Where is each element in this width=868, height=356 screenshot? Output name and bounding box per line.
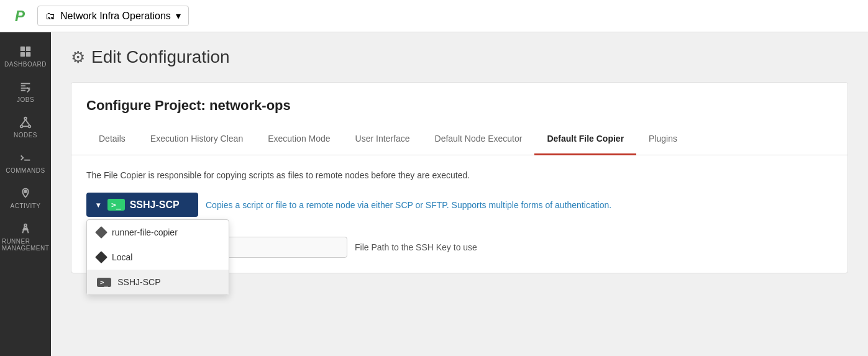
tab-execution-history-clean[interactable]: Execution History Clean: [138, 124, 255, 155]
terminal-icon: >_: [107, 199, 125, 211]
project-selector[interactable]: 🗂 Network Infra Operations ▾: [37, 6, 189, 26]
diamond-icon-runner: [95, 226, 107, 239]
card-heading: Configure Project: network-ops: [86, 98, 833, 114]
sidebar-label-jobs: JOBS: [17, 96, 34, 103]
svg-point-10: [29, 126, 31, 128]
card-body-header: Configure Project: network-ops: [71, 83, 847, 114]
commands-icon: [19, 151, 32, 165]
logo-icon: P: [15, 7, 25, 25]
selected-copier-label: SSHJ-SCP: [130, 199, 180, 211]
dropdown-label-local: Local: [112, 252, 132, 262]
tab-default-node-executor[interactable]: Default Node Executor: [423, 124, 535, 155]
svg-line-12: [25, 119, 29, 125]
copier-dropdown-button[interactable]: ▾ >_ SSHJ-SCP: [86, 193, 198, 217]
dropdown-item-sshj-scp[interactable]: >_ SSHJ-SCP: [87, 270, 229, 294]
svg-rect-1: [26, 47, 30, 51]
gear-icon: ⚙: [71, 48, 85, 67]
card-tab-content: The File Copier is responsible for copyi…: [71, 155, 847, 273]
svg-rect-0: [21, 47, 25, 51]
copier-info-text: Copies a script or file to a remote node…: [206, 200, 611, 210]
svg-point-15: [24, 190, 27, 193]
dropdown-label-runner-file-copier: runner-file-copier: [112, 227, 178, 237]
dropdown-item-local[interactable]: Local: [87, 245, 229, 270]
main-layout: DASHBOARD JOBS NODES: [0, 32, 868, 356]
tabs-container: Details Execution History Clean Executio…: [71, 124, 847, 155]
sidebar-label-nodes: NODES: [14, 132, 37, 139]
svg-point-9: [21, 126, 23, 128]
sidebar-item-jobs[interactable]: JOBS: [0, 74, 51, 109]
activity-icon: [19, 186, 32, 200]
topbar: P 🗂 Network Infra Operations ▾: [0, 0, 868, 32]
configure-card: Configure Project: network-ops Details E…: [71, 82, 848, 273]
dropdown-chevron: ▾: [96, 201, 100, 209]
tab-execution-mode[interactable]: Execution Mode: [255, 124, 342, 155]
dropdown-label-sshj-scp: SSHJ-SCP: [117, 277, 160, 287]
copier-dropdown-menu: runner-file-copier Local >_ SSHJ-SCP: [86, 219, 229, 295]
ssh-key-label: File Path to the SSH Key to use: [355, 242, 477, 252]
svg-line-11: [22, 119, 25, 125]
svg-rect-3: [26, 52, 30, 57]
terminal-icon-small: >_: [97, 278, 111, 287]
svg-point-8: [24, 117, 27, 120]
sidebar-item-runner-management[interactable]: RUNNER MANAGEMENT: [0, 216, 51, 258]
nodes-icon: [19, 116, 32, 129]
app-logo: P: [10, 6, 30, 26]
tab-details[interactable]: Details: [86, 124, 138, 155]
tab-user-interface[interactable]: User Interface: [343, 124, 423, 155]
sidebar-label-dashboard: DASHBOARD: [4, 61, 47, 68]
dropdown-arrow-icon: ▾: [176, 10, 181, 22]
runner-icon: [19, 222, 32, 235]
sidebar-item-dashboard[interactable]: DASHBOARD: [0, 39, 51, 74]
svg-point-16: [24, 224, 27, 227]
copier-row: ▾ >_ SSHJ-SCP runner-file-copier: [86, 193, 833, 217]
tab-default-file-copier[interactable]: Default File Copier: [534, 124, 636, 155]
sidebar-item-nodes[interactable]: NODES: [0, 109, 51, 145]
sidebar: DASHBOARD JOBS NODES: [0, 32, 51, 356]
dropdown-item-runner-file-copier[interactable]: runner-file-copier: [87, 220, 229, 245]
dashboard-icon: [19, 45, 32, 58]
svg-rect-2: [21, 52, 25, 57]
diamond-icon-local: [95, 251, 107, 263]
project-selector-left: 🗂 Network Infra Operations: [45, 11, 171, 22]
page-title: Edit Configuration: [91, 47, 230, 67]
sidebar-item-activity[interactable]: ACTIVITY: [0, 180, 51, 216]
project-icon: 🗂: [45, 11, 55, 22]
file-copier-description: The File Copier is responsible for copyi…: [86, 170, 833, 180]
page-title-area: ⚙ Edit Configuration: [71, 47, 848, 67]
sidebar-label-activity: ACTIVITY: [10, 203, 40, 209]
sidebar-label-runner: RUNNER MANAGEMENT: [2, 238, 50, 252]
content-area: ⚙ Edit Configuration Configure Project: …: [51, 32, 868, 356]
jobs-icon: [19, 80, 32, 94]
tab-plugins[interactable]: Plugins: [636, 124, 690, 155]
sidebar-item-commands[interactable]: COMMANDS: [0, 145, 51, 180]
sidebar-label-commands: COMMANDS: [6, 167, 45, 174]
project-name: Network Infra Operations: [60, 11, 171, 22]
copier-selector-container: ▾ >_ SSHJ-SCP runner-file-copier: [86, 193, 198, 217]
